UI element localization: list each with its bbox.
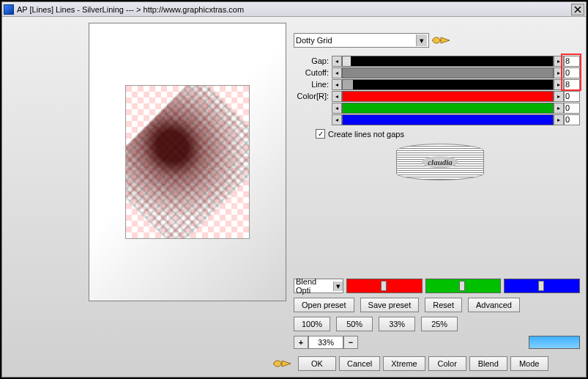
create-lines-checkbox[interactable]: ✓ [316,129,325,139]
colorg-increment[interactable]: ▸ [554,103,564,114]
colorb-decrement[interactable]: ◂ [332,114,342,125]
highlight-box [561,54,581,91]
app-window: AP [Lines] Lines - SilverLining --- > ht… [1,1,587,378]
zoom-50-button[interactable]: 50% [336,317,373,331]
zoom-value[interactable]: 33% [308,336,343,349]
zoom-100-button[interactable]: 100% [294,317,330,331]
color-swatch[interactable] [529,336,580,349]
red-mix-slider[interactable] [346,279,423,293]
zoom-33-button[interactable]: 33% [379,317,415,331]
colorr-increment[interactable]: ▸ [554,91,564,102]
green-mix-slider[interactable] [425,279,502,293]
chevron-down-icon: ▾ [333,282,343,291]
colorg-decrement[interactable]: ◂ [332,103,342,114]
advanced-button[interactable]: Advanced [468,298,520,312]
color-button[interactable]: Color [428,356,466,371]
pointer-icon [272,356,292,371]
ok-button[interactable]: OK [298,356,336,371]
preview-panel [89,23,286,301]
reset-button[interactable]: Reset [425,298,462,312]
colorb-slider[interactable] [342,114,554,125]
pattern-dropdown[interactable]: Dotty Grid ▾ [294,33,429,48]
cancel-button[interactable]: Cancel [339,356,380,371]
colorr-value[interactable]: 0 [564,91,580,102]
colorr-decrement[interactable]: ◂ [332,91,342,102]
zoom-out-button[interactable]: − [343,336,358,349]
colorg-value[interactable]: 0 [564,103,580,114]
blend-option-value: Blend Opti [296,277,333,295]
blue-mix-slider[interactable] [504,279,580,293]
body: Dotty Grid ▾ Gap: ◂ ▸ 8 Cutoff: [2,17,586,377]
open-preset-button[interactable]: Open preset [294,298,354,312]
colorr-slider[interactable] [342,91,554,102]
line-label: Line: [294,80,332,89]
svg-point-0 [433,37,440,43]
close-button[interactable] [571,4,584,15]
blend-button[interactable]: Blend [469,356,507,371]
line-decrement[interactable]: ◂ [332,79,342,90]
window-title: AP [Lines] Lines - SilverLining --- > ht… [17,5,571,14]
cutoff-decrement[interactable]: ◂ [332,67,342,78]
titlebar: AP [Lines] Lines - SilverLining --- > ht… [2,2,586,17]
preview-image [125,85,250,239]
svg-point-1 [274,361,281,367]
dropdown-value: Dotty Grid [296,36,332,45]
colorg-slider[interactable] [342,103,554,114]
app-icon [4,4,14,15]
zoom-25-button[interactable]: 25% [421,317,458,331]
colorr-label: Color[R]: [294,92,332,100]
logo-text: claudia [422,156,458,168]
colorb-value[interactable]: 0 [564,114,580,125]
cutoff-label: Cutoff: [294,68,332,77]
chevron-down-icon: ▾ [416,34,427,46]
blend-option-dropdown[interactable]: Blend Opti ▾ [294,279,343,293]
controls-panel: Dotty Grid ▾ Gap: ◂ ▸ 8 Cutoff: [294,23,580,371]
xtreme-button[interactable]: Xtreme [383,356,425,371]
zoom-in-button[interactable]: + [294,336,308,349]
gap-decrement[interactable]: ◂ [332,56,342,67]
gap-label: Gap: [294,56,332,65]
colorb-increment[interactable]: ▸ [554,114,564,125]
line-slider[interactable] [342,79,554,90]
cutoff-slider[interactable] [342,67,554,78]
claudia-logo: claudia [396,144,484,180]
pointer-icon [431,33,451,48]
create-lines-label: Create lines not gaps [328,130,404,139]
mode-button[interactable]: Mode [510,356,548,371]
save-preset-button[interactable]: Save preset [360,298,420,312]
gap-slider[interactable] [342,56,554,67]
